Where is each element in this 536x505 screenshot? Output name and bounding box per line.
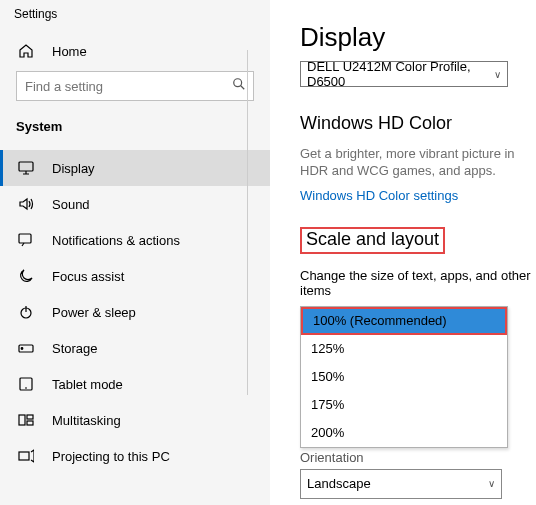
scale-option-175[interactable]: 175%	[301, 391, 507, 419]
scale-layout-heading: Scale and layout	[300, 227, 445, 254]
system-group-header: System	[0, 101, 270, 150]
projecting-icon	[18, 449, 40, 463]
storage-icon	[18, 341, 40, 355]
chevron-down-icon: ∨	[488, 478, 495, 489]
sidebar-item-label: Projecting to this PC	[52, 449, 170, 464]
orientation-value: Landscape	[307, 476, 371, 491]
multitasking-icon	[18, 413, 40, 427]
window-title: Settings	[0, 0, 270, 21]
scale-caption: Change the size of text, apps, and other…	[300, 268, 536, 298]
tablet-icon	[18, 377, 40, 391]
display-icon	[18, 161, 40, 175]
svg-rect-2	[19, 234, 31, 243]
sidebar-item-label: Storage	[52, 341, 98, 356]
scale-option-150[interactable]: 150%	[301, 363, 507, 391]
svg-rect-8	[27, 415, 33, 419]
scale-dropdown[interactable]: 100% (Recommended) 125% 150% 175% 200%	[300, 306, 508, 448]
svg-point-0	[234, 79, 242, 87]
color-profile-value: DELL U2412M Color Profile, D6500	[307, 59, 494, 89]
search-input[interactable]	[16, 71, 254, 101]
focus-assist-icon	[18, 268, 40, 284]
sidebar-item-label: Power & sleep	[52, 305, 136, 320]
svg-rect-9	[27, 421, 33, 425]
scale-option-200[interactable]: 200%	[301, 419, 507, 447]
sidebar-item-sound[interactable]: Sound	[0, 186, 270, 222]
svg-rect-7	[19, 415, 25, 425]
chevron-down-icon: ∨	[494, 69, 501, 80]
sound-icon	[18, 197, 40, 211]
sidebar-item-label: Tablet mode	[52, 377, 123, 392]
system-nav: Display Sound Notifications & actions Fo…	[0, 150, 270, 505]
orientation-combo[interactable]: Landscape ∨	[300, 469, 502, 499]
sidebar-item-projecting[interactable]: Projecting to this PC	[0, 438, 270, 474]
sidebar-item-notifications[interactable]: Notifications & actions	[0, 222, 270, 258]
sidebar-item-multitasking[interactable]: Multitasking	[0, 402, 270, 438]
search-icon	[232, 77, 246, 91]
svg-rect-1	[19, 162, 33, 171]
sidebar-item-label: Focus assist	[52, 269, 124, 284]
sidebar-item-label: Multitasking	[52, 413, 121, 428]
sidebar-item-tablet[interactable]: Tablet mode	[0, 366, 270, 402]
page-title: Display	[300, 22, 536, 53]
settings-sidebar: Settings Home System Dis	[0, 0, 270, 505]
svg-rect-10	[19, 452, 29, 460]
scale-option-125[interactable]: 125%	[301, 335, 507, 363]
sidebar-item-focus-assist[interactable]: Focus assist	[0, 258, 270, 294]
hd-color-link[interactable]: Windows HD Color settings	[300, 188, 458, 203]
hd-color-heading: Windows HD Color	[300, 113, 536, 134]
sidebar-item-storage[interactable]: Storage	[0, 330, 270, 366]
scale-option-100[interactable]: 100% (Recommended)	[301, 307, 507, 335]
sidebar-item-display[interactable]: Display	[0, 150, 270, 186]
home-label: Home	[52, 44, 87, 59]
power-icon	[18, 304, 40, 320]
hd-color-description: Get a brighter, more vibrant picture in …	[300, 146, 536, 180]
color-profile-combo[interactable]: DELL U2412M Color Profile, D6500 ∨	[300, 61, 508, 87]
home-icon	[18, 43, 40, 59]
home-nav[interactable]: Home	[0, 31, 270, 69]
sidebar-scrollbar[interactable]	[247, 50, 248, 395]
sidebar-item-label: Display	[52, 161, 95, 176]
svg-point-5	[21, 348, 23, 350]
sidebar-item-label: Sound	[52, 197, 90, 212]
notifications-icon	[18, 233, 40, 247]
sidebar-item-label: Notifications & actions	[52, 233, 180, 248]
sidebar-item-power[interactable]: Power & sleep	[0, 294, 270, 330]
orientation-label: Orientation	[300, 450, 536, 465]
main-content: Display DELL U2412M Color Profile, D6500…	[270, 0, 536, 505]
